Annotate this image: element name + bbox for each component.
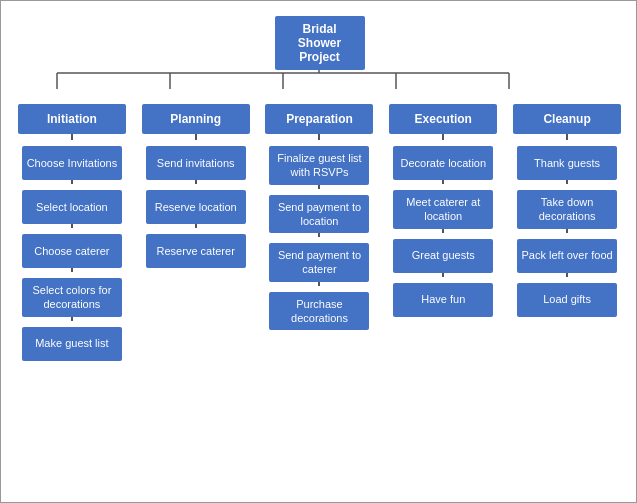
task-execution-1: Meet caterer at location [393, 190, 493, 229]
task-execution-3: Have fun [393, 283, 493, 317]
task-cleanup-3: Load gifts [517, 283, 617, 317]
task-cleanup-0: Thank guests [517, 146, 617, 180]
diagram-container: Bridal Shower Project Initiation Choose … [1, 1, 637, 503]
task-planning-2: Reserve caterer [146, 234, 246, 268]
column-initiation: Initiation Choose Invitations Select loc… [16, 104, 128, 361]
task-cleanup-2: Pack left over food [517, 239, 617, 273]
column-execution: Execution Decorate location Meet caterer… [387, 104, 499, 361]
task-preparation-2: Send payment to caterer [269, 243, 369, 282]
task-initiation-3: Select colors for decorations [22, 278, 122, 317]
task-initiation-0: Choose Invitations [22, 146, 122, 180]
root-box: Bridal Shower Project [275, 16, 365, 70]
task-execution-2: Great guests [393, 239, 493, 273]
task-planning-0: Send invitations [146, 146, 246, 180]
phase-planning: Planning [142, 104, 250, 134]
columns-container: Initiation Choose Invitations Select loc… [6, 104, 633, 361]
task-execution-0: Decorate location [393, 146, 493, 180]
task-initiation-2: Choose caterer [22, 234, 122, 268]
task-preparation-3: Purchase decorations [269, 292, 369, 331]
phase-execution: Execution [389, 104, 497, 134]
task-initiation-4: Make guest list [22, 327, 122, 361]
task-planning-1: Reserve location [146, 190, 246, 224]
root-title: Bridal Shower Project [298, 22, 341, 64]
phase-initiation: Initiation [18, 104, 126, 134]
task-initiation-1: Select location [22, 190, 122, 224]
column-preparation: Preparation Finalize guest list with RSV… [263, 104, 375, 361]
column-planning: Planning Send invitations Reserve locati… [140, 104, 252, 361]
task-preparation-1: Send payment to location [269, 195, 369, 234]
phase-cleanup: Cleanup [513, 104, 621, 134]
task-cleanup-1: Take down decorations [517, 190, 617, 229]
task-preparation-0: Finalize guest list with RSVPs [269, 146, 369, 185]
phase-preparation: Preparation [265, 104, 373, 134]
column-cleanup: Cleanup Thank guests Take down decoratio… [511, 104, 623, 361]
